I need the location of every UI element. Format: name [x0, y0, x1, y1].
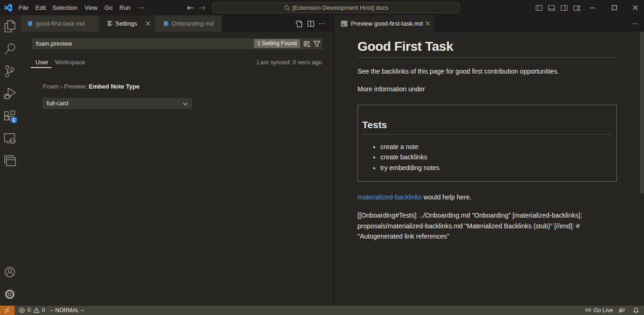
svg-text:1: 1 [13, 117, 15, 123]
